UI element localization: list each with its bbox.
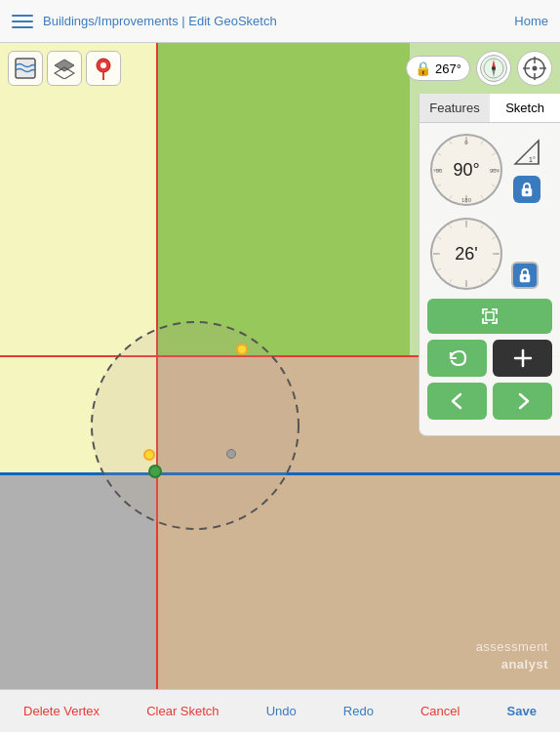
lock-angle-button[interactable] [513,176,540,203]
tab-features[interactable]: Features [420,94,490,122]
map-section-green-top [156,43,410,355]
lock-badge: 🔒 267° [406,56,470,81]
distance-value: 26' [455,244,477,264]
svg-text:90+: 90+ [490,168,500,174]
panel-tabs: Features Sketch [420,94,560,123]
clear-sketch-button[interactable]: Clear Sketch [139,700,226,722]
svg-point-39 [526,191,529,194]
map-toolbar-left [8,51,121,86]
crosshair-button[interactable] [517,51,552,86]
map-section-yellow-left [0,43,156,355]
compass-button[interactable] [476,51,511,86]
distance-dial[interactable]: 26' [427,215,505,293]
dot-yellow-top[interactable] [236,344,248,355]
angle-dial-row: 0 180 -90 90+ 90° 1° [427,131,552,209]
svg-text:-90: -90 [434,168,443,174]
dot-yellow-left[interactable] [143,449,155,461]
degrees-value: 267° [435,61,461,76]
hamburger-icon[interactable] [12,15,33,28]
dot-gray-center [226,449,236,459]
arrow-right-button[interactable] [493,383,552,420]
svg-point-58 [524,277,527,280]
layers-icon-button[interactable] [47,51,82,86]
plus-button[interactable] [493,340,552,377]
svg-text:1°: 1° [529,156,536,163]
lock-icon: 🔒 [415,61,431,76]
map-toolbar-right: 🔒 267° [406,51,552,86]
svg-marker-2 [55,60,74,71]
cancel-button[interactable]: Cancel [413,700,467,722]
right-panel: Features Sketch [419,94,560,436]
distance-dial-row: 26' [427,215,552,293]
svg-rect-59 [486,312,494,320]
expand-button[interactable] [427,299,552,334]
save-button[interactable]: Save [500,700,544,722]
angle-dial[interactable]: 0 180 -90 90+ 90° [427,131,505,209]
redo-button[interactable]: Redo [336,700,381,722]
angle-value: 90° [453,160,479,181]
svg-point-9 [492,66,496,70]
footer: Delete Vertex Clear Sketch Undo Redo Can… [0,689,560,732]
lock-distance-button[interactable] [511,262,539,289]
panel-btn-row-1 [427,340,552,377]
svg-point-15 [533,66,538,71]
home-button[interactable]: Home [514,14,548,28]
watermark-line1: assessment [476,639,548,654]
svg-point-5 [100,62,106,68]
undo-button[interactable] [427,340,487,377]
map-icon-button[interactable] [8,51,43,86]
panel-btn-row-2 [427,383,552,420]
watermark: assessment analyst [476,638,548,673]
compass-inner [480,55,507,82]
sketch-circle [88,318,302,533]
svg-text:180: 180 [461,197,472,203]
arrow-left-button[interactable] [427,383,487,420]
delete-vertex-button[interactable]: Delete Vertex [16,700,107,722]
dot-green[interactable] [148,465,162,478]
header: Buildings/Improvements | Edit GeoSketch … [0,0,560,43]
breadcrumb: Buildings/Improvements | Edit GeoSketch [43,14,277,28]
angle-triangle-indicator: 1° [511,137,542,172]
watermark-line2: analyst [501,657,548,671]
header-left: Buildings/Improvements | Edit GeoSketch [12,14,277,28]
undo-footer-button[interactable]: Undo [259,700,304,722]
panel-body: 0 180 -90 90+ 90° 1° [420,123,560,427]
map-container: 🔒 267° [0,43,560,689]
tab-sketch[interactable]: Sketch [490,94,560,122]
svg-point-0 [92,322,299,529]
pin-icon-button[interactable] [86,51,121,86]
